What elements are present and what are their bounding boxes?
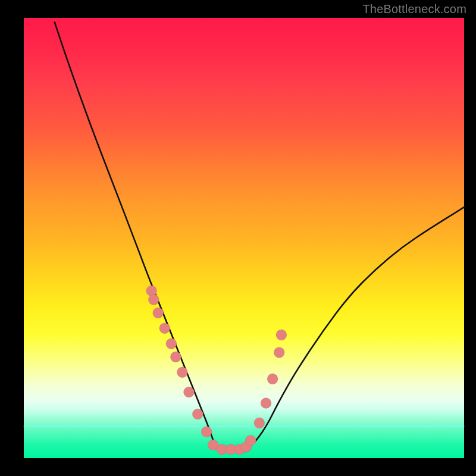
data-dot [254, 418, 265, 428]
data-dot [170, 352, 181, 362]
data-dot [274, 347, 284, 358]
data-dot [153, 308, 164, 318]
data-dot [166, 339, 177, 349]
data-dot [184, 387, 195, 397]
bottleneck-curve-svg [24, 18, 464, 458]
data-dot [276, 330, 287, 340]
bottleneck-curve [55, 22, 464, 449]
watermark-text: TheBottleneck.com [362, 2, 466, 16]
gradient-background [24, 18, 464, 458]
data-dots [146, 286, 287, 455]
data-dot [201, 427, 212, 437]
chart-stage: TheBottleneck.com [0, 0, 476, 476]
data-dot [245, 435, 256, 446]
data-dot [159, 323, 170, 334]
data-dot [148, 295, 159, 305]
data-dot [177, 367, 187, 378]
data-dot [192, 409, 203, 419]
data-dot [261, 398, 271, 409]
data-dot [267, 374, 278, 384]
